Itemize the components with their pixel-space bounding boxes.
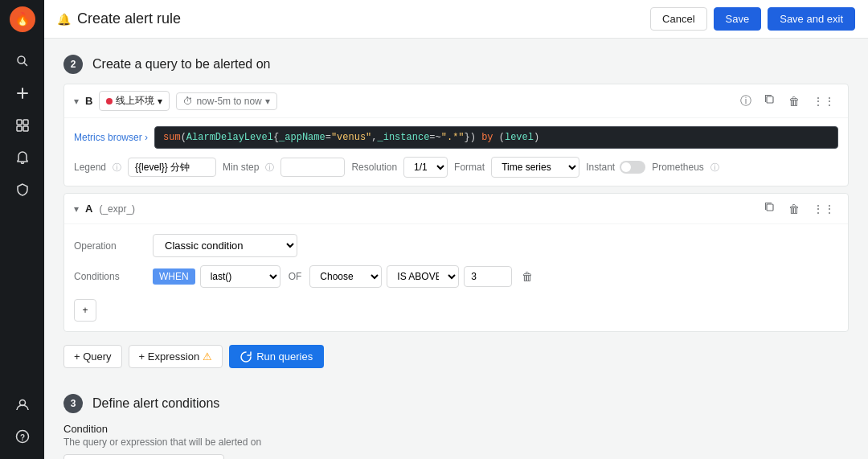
query-b-card: ▾ B 线上环境 ▾ ⏱ now-5m to now ▾ ⓘ <box>63 84 849 186</box>
prometheus-info-icon[interactable]: ⓘ <box>710 162 719 174</box>
code-instance: _instance <box>378 132 430 143</box>
resolution-label: Resolution <box>351 162 397 173</box>
code-regex: =~ <box>429 132 440 143</box>
section-3-header: 3 Define alert conditions <box>63 394 849 413</box>
expr-a-copy-btn[interactable] <box>761 200 779 217</box>
profile-icon[interactable] <box>8 390 37 419</box>
code-by: by <box>481 132 493 143</box>
run-queries-btn[interactable]: Run queries <box>229 345 324 368</box>
svg-rect-8 <box>17 126 22 131</box>
section-2: 2 Create a query to be alerted on ▾ B 线上… <box>63 55 849 375</box>
resolution-select[interactable]: 1/1 <box>403 157 448 178</box>
condition-field-desc: The query or expression that will be ale… <box>63 436 849 448</box>
sidebar: 🔥 <box>0 0 44 459</box>
query-b-header: ▾ B 线上环境 ▾ ⏱ now-5m to now ▾ ⓘ <box>64 84 848 118</box>
add-expression-btn[interactable]: + Expression ⚠ <box>129 345 223 368</box>
code-comma: , <box>371 132 377 143</box>
datasource-status-dot <box>106 98 113 105</box>
add-condition-btn[interactable]: + <box>74 299 96 322</box>
instant-toggle[interactable] <box>620 161 645 174</box>
svg-rect-14 <box>767 204 773 211</box>
expr-a-delete-btn[interactable]: 🗑 <box>785 201 803 217</box>
threshold-input[interactable] <box>464 266 512 287</box>
add-query-btn[interactable]: + Query <box>63 345 122 368</box>
code-sum: sum <box>163 132 181 143</box>
code-app-name: _appName <box>279 132 326 143</box>
metrics-browser-link[interactable]: Metrics browser <box>74 132 148 143</box>
code-pattern: ".*" <box>441 132 465 143</box>
metrics-row: Metrics browser sum(AlarmDelayLevel{_app… <box>74 126 838 149</box>
when-badge: WHEN <box>153 268 195 285</box>
conditions-controls: WHEN last() OF Choose IS ABOVE <box>153 265 538 288</box>
query-b-collapse-btn[interactable]: ▾ <box>74 96 79 107</box>
alerts-icon[interactable] <box>8 143 37 172</box>
operation-row: Operation Classic condition <box>74 234 838 257</box>
query-b-label[interactable]: B <box>85 95 92 107</box>
format-select[interactable]: Time series <box>491 157 579 178</box>
time-range-value: now-5m to now <box>196 96 261 107</box>
condition-section: Condition The query or expression that w… <box>63 423 849 459</box>
is-above-select[interactable]: IS ABOVE <box>387 265 459 288</box>
cancel-button[interactable]: Cancel <box>650 7 706 31</box>
main-content: 🔔 Create alert rule Cancel Save Save and… <box>44 0 868 459</box>
app-logo[interactable]: 🔥 <box>10 6 35 32</box>
operation-select[interactable]: Classic condition <box>153 234 297 257</box>
section-3-number: 3 <box>63 394 83 413</box>
when-function-select[interactable]: last() <box>200 265 280 288</box>
query-code-input[interactable]: sum(AlarmDelayLevel{_appName="venus",_in… <box>154 126 838 149</box>
query-b-delete-btn[interactable]: 🗑 <box>785 93 803 109</box>
page-content: 2 Create a query to be alerted on ▾ B 线上… <box>44 39 868 459</box>
code-eq: = <box>326 132 331 143</box>
section-2-header: 2 Create a query to be alerted on <box>63 55 849 74</box>
grid-icon[interactable] <box>8 111 37 140</box>
svg-rect-6 <box>17 120 22 125</box>
condition-delete-btn[interactable]: 🗑 <box>517 267 538 286</box>
search-icon[interactable] <box>8 47 37 76</box>
of-label: OF <box>285 271 305 282</box>
legend-label: Legend <box>74 162 106 173</box>
page-title: Create alert rule <box>77 10 650 27</box>
query-b-copy-btn[interactable] <box>761 92 779 109</box>
format-label: Format <box>454 162 485 173</box>
save-exit-button[interactable]: Save and exit <box>768 7 855 31</box>
shield-icon[interactable] <box>8 175 37 204</box>
expr-a-label: A <box>85 203 92 215</box>
min-step-input[interactable] <box>280 158 345 177</box>
svg-rect-13 <box>767 96 773 103</box>
toggle-knob <box>621 162 631 172</box>
query-b-more-btn[interactable]: ⋮⋮ <box>809 93 838 109</box>
expr-a-type: (_expr_) <box>99 203 135 215</box>
min-step-info-icon[interactable]: ⓘ <box>265 162 274 174</box>
operation-label: Operation <box>74 240 146 252</box>
svg-line-3 <box>23 63 27 66</box>
condition-field-label: Condition <box>63 423 849 435</box>
conditions-row-wrapper: Conditions WHEN last() OF Choose IS <box>74 265 838 288</box>
code-level: level <box>505 132 534 143</box>
condition-select-field[interactable]: A <box>63 454 224 459</box>
alert-rule-icon: 🔔 <box>57 13 71 26</box>
query-b-datasource[interactable]: 线上环境 ▾ <box>99 91 170 111</box>
code-brace-open: { <box>273 132 279 143</box>
legend-row: Legend ⓘ Min step ⓘ Resolution 1/1 Forma… <box>74 157 838 178</box>
query-b-info-btn[interactable]: ⓘ <box>737 92 755 110</box>
refresh-icon <box>240 351 252 363</box>
expr-a-more-btn[interactable]: ⋮⋮ <box>809 201 838 217</box>
legend-info-icon[interactable]: ⓘ <box>113 162 121 174</box>
of-choose-select[interactable]: Choose <box>309 265 382 288</box>
code-paren-open: ( <box>181 132 186 143</box>
section-3: 3 Define alert conditions Condition The … <box>63 394 849 459</box>
min-step-label: Min step <box>223 162 259 173</box>
time-range-selector[interactable]: ⏱ now-5m to now ▾ <box>176 92 276 110</box>
section-2-number: 2 <box>63 55 83 74</box>
help-icon[interactable]: ? <box>8 422 37 451</box>
save-button[interactable]: Save <box>714 7 762 31</box>
add-icon[interactable] <box>8 79 37 108</box>
expr-a-collapse-btn[interactable]: ▾ <box>74 203 79 215</box>
expr-a-card: ▾ A (_expr_) 🗑 ⋮⋮ Operation Classic cond… <box>63 193 849 332</box>
query-toolbar: + Query + Expression ⚠ Run queries <box>63 338 849 375</box>
expr-a-body: Operation Classic condition Conditions W… <box>64 224 848 331</box>
legend-input[interactable] <box>128 158 216 177</box>
code-paren-close2: ) <box>534 132 539 143</box>
datasource-chevron: ▾ <box>158 96 162 107</box>
prometheus-label: Prometheus <box>652 162 704 173</box>
